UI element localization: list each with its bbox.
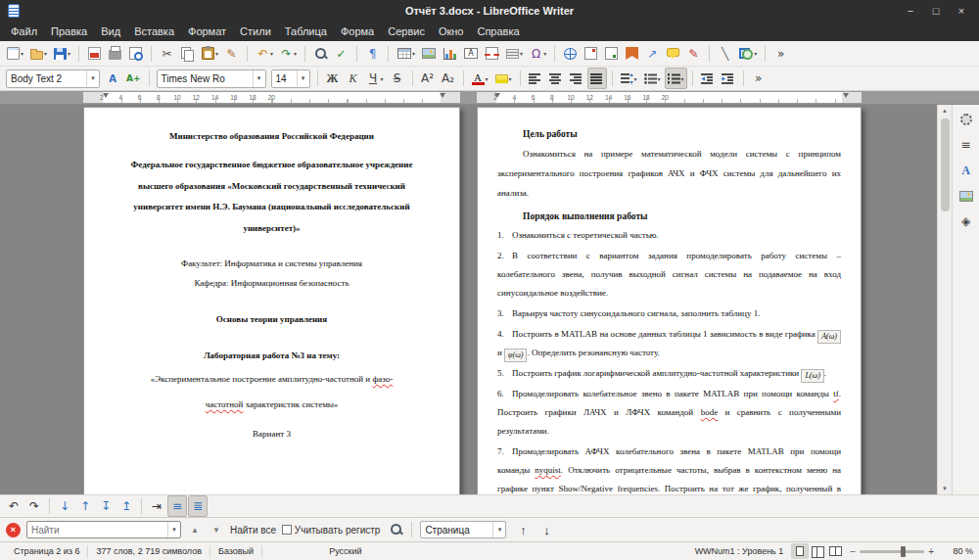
match-case-option[interactable]: Учитывать регистр bbox=[282, 525, 380, 536]
zoom-slider-handle[interactable] bbox=[901, 546, 906, 557]
find-all-button[interactable]: Найти все bbox=[230, 525, 276, 536]
chevron-down-icon[interactable]: ▾ bbox=[253, 70, 265, 87]
paragraph[interactable]: Лабораторная работа №3 на тему: bbox=[110, 350, 434, 360]
document-page-1[interactable]: Министерство образования Российской Феде… bbox=[83, 107, 460, 494]
list-item[interactable]: 3.Варьируя частоту синусоидального сигна… bbox=[497, 304, 841, 323]
vertical-scrollbar[interactable]: ▲ ▼ bbox=[937, 105, 952, 494]
minimize-button[interactable]: − bbox=[903, 3, 918, 19]
insert-textbox-button[interactable]: A bbox=[461, 43, 482, 65]
search-input[interactable] bbox=[27, 525, 167, 536]
align-right-button[interactable] bbox=[567, 68, 586, 89]
open-button[interactable]: ▾ bbox=[27, 43, 50, 65]
list-item[interactable]: 2.В соответствии с вариантом задания про… bbox=[497, 247, 841, 303]
scroll-down-arrow-icon[interactable]: ▼ bbox=[942, 485, 948, 492]
next-element-button[interactable]: ↓ bbox=[537, 523, 555, 537]
insert-hyperlink-button[interactable] bbox=[561, 43, 581, 65]
cut-button[interactable]: ✂ bbox=[158, 43, 177, 65]
font-name-combo[interactable]: Times New Ro ▾ bbox=[157, 70, 266, 88]
insert-table-button[interactable]: ▾ bbox=[395, 43, 418, 65]
navigation-forward-button[interactable]: ↷ bbox=[24, 495, 44, 517]
toolbar-overflow-button[interactable]: » bbox=[771, 43, 791, 65]
page-number-status[interactable]: Страница 2 из 6 bbox=[6, 545, 88, 558]
paragraph[interactable]: Основы теории управления bbox=[110, 314, 434, 324]
insert-endnote-button[interactable] bbox=[602, 43, 622, 65]
copy-button[interactable] bbox=[178, 43, 198, 65]
formula-object[interactable]: A(ω) bbox=[817, 330, 841, 344]
paragraph[interactable]: Федеральное государственное бюджетное об… bbox=[117, 155, 427, 239]
clone-formatting-button[interactable]: ✎ bbox=[222, 43, 242, 65]
list-item[interactable]: 4.Построить в MATLAB на основе данных та… bbox=[497, 325, 841, 362]
insert-chart-button[interactable] bbox=[441, 43, 460, 65]
undo-button[interactable]: ↶ ▾ bbox=[254, 43, 276, 65]
line-spacing-button[interactable]: ▾ bbox=[618, 68, 640, 89]
match-case-checkbox[interactable] bbox=[282, 525, 292, 535]
underline-button[interactable]: Ч▾ bbox=[364, 68, 387, 89]
menu-format[interactable]: Формат bbox=[181, 22, 233, 41]
export-pdf-button[interactable] bbox=[85, 43, 105, 65]
increase-indent-button[interactable] bbox=[719, 68, 738, 89]
book-view-button[interactable] bbox=[826, 543, 844, 559]
paragraph[interactable]: Ознакомиться на примере математической м… bbox=[497, 144, 841, 203]
align-left-button[interactable] bbox=[526, 68, 545, 89]
save-button[interactable]: ▾ bbox=[51, 43, 73, 65]
sidebar-properties-button[interactable]: ≡ bbox=[956, 134, 977, 156]
formula-object[interactable]: φ(ω) bbox=[504, 349, 527, 362]
update-style-button[interactable]: A bbox=[103, 68, 122, 89]
menu-styles[interactable]: Стили bbox=[233, 22, 278, 41]
insert-field-button[interactable]: ▾ bbox=[503, 43, 526, 65]
chevron-down-icon[interactable]: ▾ bbox=[492, 522, 505, 537]
sidebar-navigator-button[interactable]: ◈ bbox=[956, 210, 977, 232]
strikethrough-button[interactable]: S bbox=[388, 68, 407, 89]
word-count-status[interactable]: 377 слов, 2 719 символов bbox=[88, 545, 210, 558]
paragraph[interactable]: Министерство образования Российской Феде… bbox=[110, 131, 434, 141]
sidebar-settings-button[interactable] bbox=[956, 109, 977, 130]
pages-navigation-button[interactable]: ≣ bbox=[188, 495, 208, 517]
sidebar-gallery-button[interactable] bbox=[956, 185, 977, 207]
section-heading[interactable]: Порядок выполнения работы bbox=[523, 211, 841, 221]
bold-button[interactable]: Ж bbox=[323, 68, 343, 89]
headings-navigation-button[interactable]: ≡ bbox=[167, 495, 187, 517]
basic-shapes-button[interactable]: ▾ bbox=[736, 43, 760, 65]
print-button[interactable] bbox=[106, 43, 125, 65]
jump-to-start-button[interactable]: ↥ bbox=[117, 495, 136, 517]
paragraph[interactable]: «Экспериментальное построение амплитудно… bbox=[146, 366, 398, 417]
multi-page-view-button[interactable] bbox=[809, 543, 826, 559]
menu-tools[interactable]: Сервис bbox=[381, 22, 432, 41]
decrease-indent-button[interactable] bbox=[698, 68, 718, 89]
new-document-button[interactable]: ▾ bbox=[4, 43, 26, 65]
spelling-button[interactable]: ✓ bbox=[332, 43, 351, 65]
paste-button[interactable]: ▾ bbox=[199, 43, 221, 65]
scroll-up-button[interactable]: ↑ bbox=[75, 495, 95, 517]
paragraph-style-combo[interactable]: Body Text 2 ▾ bbox=[6, 70, 100, 88]
page-style-status[interactable]: Базовый bbox=[210, 545, 262, 558]
insert-bookmark-button[interactable] bbox=[623, 43, 642, 65]
subscript-button[interactable]: A₂ bbox=[439, 68, 458, 89]
scroll-down-button[interactable]: ↓ bbox=[55, 495, 74, 517]
zoom-out-button[interactable]: − bbox=[850, 546, 856, 557]
menu-window[interactable]: Окно bbox=[432, 22, 471, 41]
highlight-color-button[interactable]: ▾ bbox=[492, 68, 515, 89]
page-break-button[interactable] bbox=[483, 43, 502, 65]
menu-file[interactable]: Файл bbox=[4, 22, 44, 41]
close-button[interactable]: × bbox=[954, 3, 969, 19]
print-preview-button[interactable] bbox=[126, 43, 146, 65]
menu-edit[interactable]: Правка bbox=[44, 22, 94, 41]
maximize-button[interactable]: □ bbox=[928, 3, 944, 19]
insert-line-button[interactable]: ╲ bbox=[716, 43, 735, 65]
zoom-slider[interactable] bbox=[860, 550, 924, 553]
menu-form[interactable]: Форма bbox=[334, 22, 381, 41]
redo-button[interactable]: ↷ ▾ bbox=[277, 43, 300, 65]
align-center-button[interactable] bbox=[546, 68, 566, 89]
titlebar[interactable]: Отчёт 3.docx - LibreOffice Writer − □ × bbox=[0, 0, 979, 22]
find-input-combo[interactable]: ▾ bbox=[26, 521, 181, 538]
paragraph[interactable]: Факультет: Информатика и системы управле… bbox=[110, 254, 434, 273]
special-character-button[interactable]: Ω ▾ bbox=[527, 43, 549, 65]
close-find-button[interactable]: × bbox=[6, 523, 21, 537]
formula-object[interactable]: L(ω) bbox=[801, 369, 823, 383]
bullet-list-button[interactable]: ▾ bbox=[641, 68, 664, 89]
document-page-2[interactable]: Цель работы Ознакомиться на примере мате… bbox=[477, 107, 862, 494]
insert-image-button[interactable] bbox=[419, 43, 440, 65]
font-size-combo[interactable]: 14 ▾ bbox=[271, 70, 310, 88]
cross-reference-button[interactable]: ↗ bbox=[643, 43, 663, 65]
find-previous-button[interactable]: ▲ bbox=[187, 521, 203, 538]
